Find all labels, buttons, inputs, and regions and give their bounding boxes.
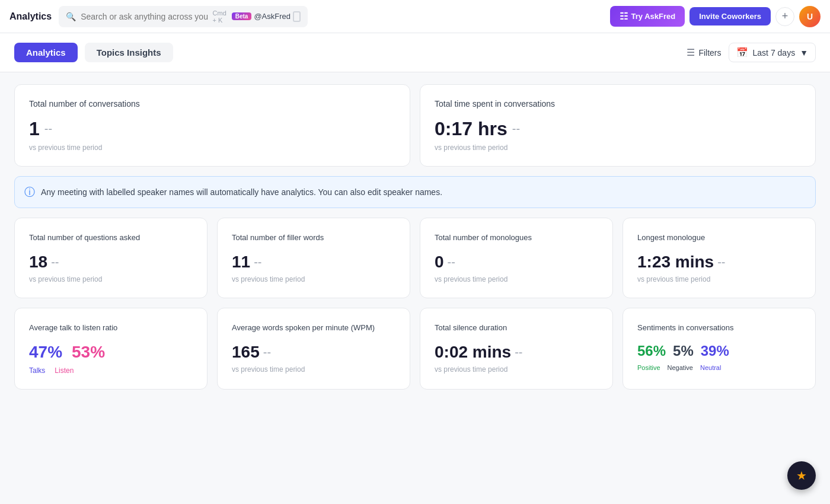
negative-value: 5% — [673, 343, 694, 359]
neutral-label: Neutral — [700, 364, 721, 371]
positive-label: Positive — [637, 364, 660, 371]
nav-actions: ☷ Try AskFred Invite Coworkers + U — [610, 6, 821, 27]
bottom-stat-row2: Average talk to listen ratio 47% 53% Tal… — [14, 308, 816, 390]
search-shortcut: Cmd + K Beta @AskFred — [213, 9, 301, 24]
app-title: Analytics — [9, 11, 52, 22]
neutral-value: 39% — [701, 343, 729, 359]
sentiment-values: 56% 5% 39% — [637, 343, 801, 359]
search-bar[interactable]: 🔍 Cmd + K Beta @AskFred — [59, 6, 308, 27]
date-picker[interactable]: 📅 Last 7 days ▼ — [729, 43, 816, 62]
wpm-title: Average words spoken per minute (WPM) — [232, 323, 395, 333]
sentiments-title: Sentiments in conversations — [637, 323, 801, 333]
info-banner: ⓘ Any meeting with labelled speaker name… — [14, 176, 816, 208]
longest-monologue-title: Longest monologue — [637, 232, 801, 243]
questions-card: Total number of questions asked 18 -- vs… — [14, 218, 208, 298]
filters-button[interactable]: ☰ Filters — [687, 47, 721, 58]
tab-topics-insights[interactable]: Topics Insights — [85, 43, 173, 62]
beta-badge: Beta — [232, 12, 252, 20]
time-spent-value: 0:17 hrs -- — [435, 118, 801, 140]
askfred-label: @AskFred — [254, 12, 290, 21]
wpm-sub: vs previous time period — [232, 365, 395, 374]
listen-value: 53% — [72, 343, 105, 362]
negative-label: Negative — [668, 364, 693, 371]
talks-value: 47% — [29, 343, 62, 362]
top-navbar: Analytics 🔍 Cmd + K Beta @AskFred ☷ Try … — [0, 0, 830, 33]
avatar[interactable]: U — [799, 6, 821, 27]
longest-monologue-sub: vs previous time period — [637, 275, 801, 283]
bottom-stat-row1: Total number of questions asked 18 -- vs… — [14, 218, 816, 298]
wpm-card: Average words spoken per minute (WPM) 16… — [217, 308, 410, 390]
longest-monologue-value: 1:23 mins -- — [637, 253, 801, 272]
try-askfred-button[interactable]: ☷ Try AskFred — [610, 6, 685, 27]
filler-words-card: Total number of filler words 11 -- vs pr… — [217, 218, 410, 298]
askfred-checkbox[interactable] — [293, 11, 301, 22]
positive-value: 56% — [637, 343, 666, 359]
invite-coworkers-button[interactable]: Invite Coworkers — [689, 7, 771, 25]
shortcut-key: Cmd + K — [213, 9, 229, 24]
sentiment-labels: Positive Negative Neutral — [637, 364, 801, 371]
filler-words-title: Total number of filler words — [232, 232, 395, 243]
talk-listen-title: Average talk to listen ratio — [29, 323, 193, 333]
conversations-sub: vs previous time period — [29, 143, 395, 152]
monologues-sub: vs previous time period — [435, 275, 598, 283]
date-range-label: Last 7 days — [753, 48, 796, 58]
silence-sub: vs previous time period — [435, 365, 598, 374]
questions-sub: vs previous time period — [29, 275, 193, 283]
add-button[interactable]: + — [775, 7, 794, 26]
time-spent-card: Total time spent in conversations 0:17 h… — [420, 84, 816, 167]
info-icon: ⓘ — [24, 185, 35, 199]
calendar-icon: 📅 — [736, 47, 748, 58]
chevron-down-icon: ▼ — [800, 48, 808, 58]
talk-listen-ratio-card: Average talk to listen ratio 47% 53% Tal… — [14, 308, 208, 390]
ratio-labels: Talks Listen — [29, 366, 193, 375]
conversations-card: Total number of conversations 1 -- vs pr… — [14, 84, 410, 167]
filters-label: Filters — [698, 48, 721, 58]
filter-icon: ☰ — [687, 47, 695, 58]
talks-label: Talks — [29, 366, 45, 375]
sentiments-card: Sentiments in conversations 56% 5% 39% P… — [622, 308, 816, 390]
questions-value: 18 -- — [29, 253, 193, 272]
silence-value: 0:02 mins -- — [435, 343, 598, 362]
main-content: Total number of conversations 1 -- vs pr… — [0, 72, 830, 401]
wpm-value: 165 -- — [232, 343, 395, 362]
monologues-card: Total number of monologues 0 -- vs previ… — [420, 218, 613, 298]
monologues-title: Total number of monologues — [435, 232, 598, 243]
conversations-value: 1 -- — [29, 118, 395, 140]
longest-monologue-card: Longest monologue 1:23 mins -- vs previo… — [622, 218, 816, 298]
try-askfred-label: Try AskFred — [631, 12, 676, 21]
search-input[interactable] — [81, 12, 208, 21]
filler-words-value: 11 -- — [232, 253, 395, 272]
listen-label: Listen — [55, 366, 74, 375]
grid-icon: ☷ — [620, 11, 628, 22]
page-header: Analytics Topics Insights ☰ Filters 📅 La… — [0, 33, 830, 72]
conversations-title: Total number of conversations — [29, 99, 395, 109]
tab-analytics[interactable]: Analytics — [14, 43, 78, 62]
info-text: Any meeting with labelled speaker names … — [41, 187, 442, 197]
search-icon: 🔍 — [66, 12, 76, 21]
questions-title: Total number of questions asked — [29, 232, 193, 243]
top-stat-cards: Total number of conversations 1 -- vs pr… — [14, 84, 816, 167]
filler-words-sub: vs previous time period — [232, 275, 395, 283]
time-spent-sub: vs previous time period — [435, 143, 801, 152]
silence-card: Total silence duration 0:02 mins -- vs p… — [420, 308, 613, 390]
monologues-value: 0 -- — [435, 253, 598, 272]
silence-title: Total silence duration — [435, 323, 598, 333]
ratio-values: 47% 53% — [29, 343, 193, 362]
time-spent-title: Total time spent in conversations — [435, 99, 801, 109]
